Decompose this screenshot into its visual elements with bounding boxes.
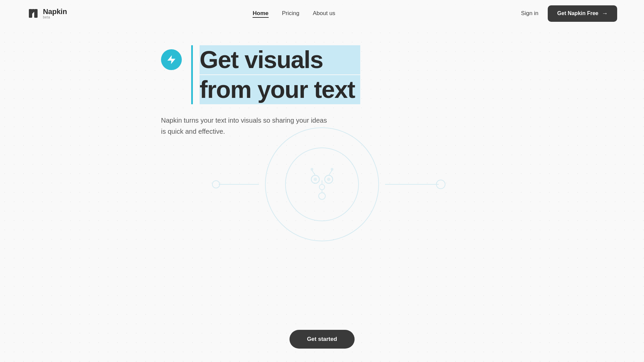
hero-title-line2: from your text — [200, 75, 360, 104]
hero-section: Get visuals from your text Napkin turns … — [0, 27, 644, 150]
illustration-left-arm — [219, 184, 259, 185]
nav-item-pricing[interactable]: Pricing — [282, 10, 300, 17]
bottom-cta: Get started — [289, 330, 355, 349]
sign-in-link[interactable]: Sign in — [521, 10, 538, 17]
svg-point-8 — [319, 184, 325, 190]
svg-point-14 — [319, 193, 325, 199]
illustration-right-node — [436, 180, 445, 189]
svg-line-12 — [329, 170, 332, 175]
svg-point-7 — [327, 178, 330, 181]
logo[interactable]: Napkin beta — [27, 7, 67, 20]
nav-link-pricing[interactable]: Pricing — [282, 10, 300, 16]
illustration-right-arm — [385, 184, 439, 185]
hero-title-block: Get visuals from your text — [191, 45, 360, 104]
logo-text: Napkin beta — [43, 8, 67, 19]
svg-line-10 — [312, 170, 315, 175]
get-napkin-button[interactable]: Get Napkin Free → — [548, 5, 617, 22]
nav-links: Home Pricing About us — [253, 10, 335, 17]
logo-beta: beta — [43, 16, 67, 19]
logo-name: Napkin — [43, 8, 67, 15]
navbar: Napkin beta Home Pricing About us Sign i… — [0, 0, 644, 27]
arrow-icon: → — [602, 10, 608, 17]
hero-title-wrapper: Get visuals from your text — [161, 45, 360, 104]
nav-item-home[interactable]: Home — [253, 10, 268, 17]
svg-point-6 — [314, 178, 317, 181]
get-napkin-label: Get Napkin Free — [557, 10, 598, 16]
logo-icon — [27, 7, 40, 20]
svg-rect-1 — [29, 9, 32, 18]
bottom-cta-button[interactable]: Get started — [289, 330, 355, 349]
bolt-svg — [166, 54, 177, 65]
hero-title-line1: Get visuals — [200, 45, 360, 74]
illustration-face-svg — [295, 158, 349, 211]
nav-link-home[interactable]: Home — [253, 10, 268, 18]
svg-rect-0 — [27, 7, 40, 20]
hero-subtitle: Napkin turns your text into visuals so s… — [161, 115, 329, 137]
bolt-icon — [161, 49, 182, 70]
nav-right: Sign in Get Napkin Free → — [521, 5, 617, 22]
svg-point-11 — [311, 168, 313, 171]
hero-bolt-container — [161, 45, 182, 70]
svg-rect-2 — [34, 9, 38, 18]
svg-marker-3 — [32, 9, 34, 14]
nav-item-about[interactable]: About us — [313, 10, 335, 17]
illustration-left-node — [212, 180, 220, 188]
nav-link-about[interactable]: About us — [313, 10, 335, 16]
illustration-inner-circle — [285, 147, 359, 221]
svg-point-13 — [331, 168, 333, 171]
